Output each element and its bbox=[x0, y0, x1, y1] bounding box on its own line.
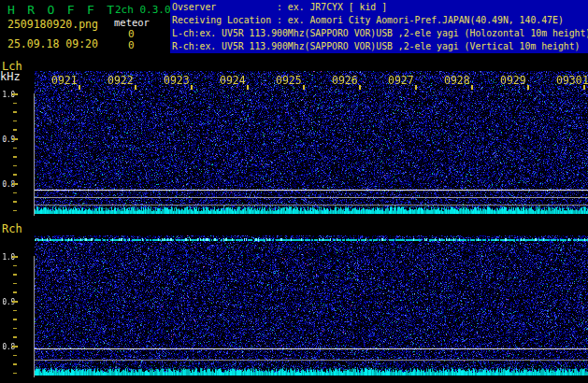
lch-ref-line-bright bbox=[35, 190, 588, 191]
khz-unit-label: kHz bbox=[0, 70, 21, 83]
lch-ref-line-low bbox=[35, 205, 588, 206]
hrofft-window: H R O F F T 2ch 0.3.0 2509180920.png met… bbox=[0, 0, 588, 383]
observer-line: Ovserver : ex. JR7CYX [ kid ] bbox=[172, 2, 387, 12]
rch-ref-line-bright bbox=[35, 348, 588, 349]
rch-spectrogram bbox=[35, 235, 588, 378]
lch-minor-ticks bbox=[13, 93, 17, 217]
rch-minor-ticks bbox=[13, 256, 17, 379]
rch-setup-line: R-ch:ex. UV5R 113.900Mhz(SAPPORO VOR)USB… bbox=[172, 41, 580, 51]
lch-spectrogram bbox=[35, 71, 588, 217]
rch-label: Rch bbox=[2, 222, 22, 235]
lch-setup-line: L-ch:ex. UV5R 113.900Mhz(SAPPORO VOR)USB… bbox=[172, 28, 588, 38]
location-line: Receiving Location : ex. Aomori City Aom… bbox=[172, 15, 564, 25]
meteor-mode-label: meteor bbox=[114, 17, 150, 28]
app-version: 2ch 0.3.0 bbox=[115, 4, 171, 16]
output-filename: 2509180920.png bbox=[7, 18, 98, 31]
lch-ref-line-mid bbox=[35, 197, 588, 198]
time-tick-marks bbox=[79, 85, 586, 90]
app-title: H R O F F T bbox=[7, 3, 117, 17]
record-datetime: 25.09.18 09:20 bbox=[7, 37, 98, 50]
time-label: 0921 bbox=[51, 74, 78, 87]
rch-ref-line-low bbox=[35, 360, 588, 361]
meteor-count-rch: 0 bbox=[128, 39, 135, 51]
station-info-panel: Ovserver : ex. JR7CYX [ kid ] Receiving … bbox=[170, 0, 588, 53]
